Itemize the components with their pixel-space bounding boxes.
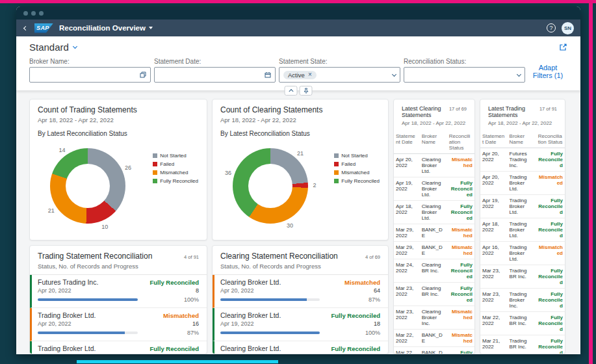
card-header: Count of Trading Statements Apr 18, 2022…: [30, 99, 207, 124]
status-cell: Fully Reconciled: [447, 259, 474, 283]
accent-bar-bottom: [77, 360, 278, 363]
app-title-menu[interactable]: Reconciliation Overview: [59, 24, 153, 32]
broker-name-cell: Trading Broker Ltd.: [508, 195, 536, 218]
clearing-statements-table[interactable]: Statement Date Broker Name Reconciliatio…: [394, 130, 474, 354]
trading-statements-table[interactable]: Statement Date Broker Name Reconciliatio…: [480, 130, 565, 354]
table-row[interactable]: Apr 20, 2022Trading Broker Ltd.Mismatche…: [480, 172, 565, 195]
app-window: SAP Reconciliation Overview ? SN Standar…: [16, 6, 580, 354]
list-item[interactable]: Clearing Broker Ltd.MismatchedApr 20, 20…: [213, 275, 388, 308]
statement-state-combobox[interactable]: Active ×: [279, 67, 400, 83]
window-control-dot[interactable]: [31, 11, 36, 16]
table-row[interactable]: Mar 29, 2022BANK_DEMismatched: [394, 224, 474, 242]
value-help-icon[interactable]: [140, 72, 146, 78]
list-item[interactable]: Clearing Broker Ltd.Fully ReconciledApr …: [213, 308, 388, 341]
item-broker-name: Clearing Broker Ltd.: [220, 344, 281, 352]
list-item[interactable]: Clearing Broker Ltd.Fully ReconciledApr …: [213, 341, 388, 354]
donut-value-label: 21: [297, 150, 304, 157]
chevron-down-icon[interactable]: [517, 72, 521, 76]
statement-date-cell: Mar 22, 2022: [480, 312, 508, 335]
progress-bar: [220, 298, 320, 301]
table-row[interactable]: Apr 16, 2022Trading Broker Ltd.Mismatche…: [480, 242, 565, 265]
statement-date-input[interactable]: [154, 67, 276, 83]
table-row[interactable]: Apr 19, 2022Trading Broker Ltd.Fully Rec…: [480, 195, 565, 218]
donut-value-label: 10: [101, 224, 108, 230]
status-cell: Fully Reconciled: [536, 312, 565, 335]
back-button[interactable]: [23, 27, 29, 30]
filter-token-active[interactable]: Active ×: [283, 71, 317, 79]
progress-bar-fill: [38, 298, 138, 301]
table-row[interactable]: Mar 22, 2022Trading BR Inc.Fully Reconci…: [480, 312, 565, 335]
statement-date-cell: Mar 23, 2022: [480, 289, 508, 312]
chart-legend: Not StartedFailedMismatchedFully Reconci…: [334, 153, 380, 240]
table-row[interactable]: Apr 18, 2022Clearing Broker Ltd.Fully Re…: [394, 201, 474, 224]
broker-name-input[interactable]: [29, 67, 151, 83]
table-row[interactable]: Mar 22, 2022BANK_DEFully Reconciled: [394, 347, 474, 355]
item-record-count: 18: [374, 320, 380, 327]
table-row[interactable]: Mar 21, 2022Trading BR Inc.Fully Reconci…: [480, 335, 565, 355]
chevron-down-icon[interactable]: [392, 72, 396, 76]
sap-logo[interactable]: SAP: [34, 23, 53, 33]
token-remove-icon[interactable]: ×: [308, 72, 312, 78]
table-row[interactable]: Mar 29, 2022BANK_DEMismatched: [394, 242, 474, 259]
statement-date-cell: Mar 23, 2022: [394, 306, 420, 330]
statement-date-cell: Mar 22, 2022: [394, 330, 420, 347]
table-row[interactable]: Mar 22, 2022BANK_DEMismatched: [394, 330, 474, 347]
chevron-left-icon: [23, 25, 28, 30]
table-row[interactable]: Mar 23, 2022Clearing BR Inc.Fully Reconc…: [394, 283, 474, 306]
donut-chart-trading[interactable]: [50, 148, 125, 224]
window-control-dot[interactable]: [39, 11, 44, 16]
status-cell: Fully Reconciled: [536, 265, 565, 289]
collapse-header-button[interactable]: [285, 86, 298, 96]
filter-reconciliation-status: Reconciliation Status:: [404, 58, 525, 83]
progress-percent: 100%: [365, 330, 380, 336]
trading-reconciliation-list: Futures Trading Inc.Fully ReconciledApr …: [30, 274, 207, 354]
progress-bar: [220, 332, 320, 334]
donut-chart-clearing[interactable]: [233, 148, 308, 224]
table-row[interactable]: Apr 20, 2022Futures Trading Inc.Fully Re…: [480, 148, 565, 172]
reconciliation-status-select[interactable]: [404, 67, 525, 83]
filter-bar: Standard Broker Name: Statement Date:: [16, 36, 580, 91]
date-range-icon[interactable]: [265, 72, 271, 78]
statement-date-cell: Mar 29, 2022: [394, 242, 420, 259]
legend-label: Failed: [341, 161, 356, 167]
column-header: Statement Date: [480, 130, 508, 148]
window-control-dot[interactable]: [23, 11, 28, 16]
adapt-filters-link[interactable]: Adapt Filters (1): [528, 64, 567, 79]
table-row[interactable]: Apr 18, 2022Trading Broker Ltd.Fully Rec…: [480, 218, 565, 242]
broker-name-cell: Clearing BR Inc.: [420, 283, 447, 306]
table-row[interactable]: Mar 23, 2022Clearing Broker Inc.Mismatch…: [394, 306, 474, 330]
table-row[interactable]: Apr 19, 2022Clearing Broker Ltd.Fully Re…: [394, 177, 474, 201]
card-count: 17 of 69: [449, 106, 467, 112]
page-title: Reconciliation Overview: [59, 24, 146, 32]
table-row[interactable]: Mar 23, 2022Trading BR Inc.Fully Reconci…: [480, 265, 565, 289]
filter-broker-name: Broker Name:: [29, 58, 151, 83]
status-badge: Fully Reconciled: [331, 345, 381, 352]
status-badge: Fully Reconciled: [150, 345, 200, 352]
card-title: Clearing Statement Reconciliation: [220, 252, 338, 261]
card-title: Latest Clearing Statements: [402, 105, 447, 118]
legend-label: Not Started: [160, 153, 186, 159]
status-cell: Mismatched: [447, 154, 474, 177]
list-item[interactable]: Trading Broker Ltd.Fully ReconciledApr 1…: [30, 341, 207, 354]
card-header: Latest Trading Statements 17 of 91 Apr 1…: [480, 99, 565, 126]
card-subtitle: Status, No. of Records and Progress: [38, 263, 199, 270]
table-row[interactable]: Mar 24, 2022Clearing BR Inc.Fully Reconc…: [394, 259, 474, 283]
variant-selector[interactable]: Standard: [29, 42, 77, 53]
broker-name-cell: Clearing Broker Ltd.: [420, 154, 447, 177]
table-row[interactable]: Mar 23, 2022Trading Broker Inc.Fully Rec…: [480, 289, 565, 312]
pin-header-button[interactable]: [300, 86, 313, 96]
item-date: Apr 20, 2022: [38, 320, 71, 327]
avatar[interactable]: SN: [562, 22, 574, 34]
item-broker-name: Futures Trading Inc.: [38, 278, 98, 286]
status-cell: Mismatched: [447, 242, 474, 259]
share-button[interactable]: [559, 43, 567, 51]
table-row[interactable]: Apr 20, 2022Clearing Broker Ltd.Mismatch…: [394, 154, 474, 177]
share-icon: [559, 43, 567, 51]
statement-date-cell: Mar 29, 2022: [394, 224, 420, 242]
legend-swatch: [153, 170, 157, 175]
help-icon[interactable]: ?: [547, 23, 556, 32]
legend-item: Not Started: [334, 153, 380, 159]
list-item[interactable]: Trading Broker Ltd.MismatchedApr 20, 202…: [30, 308, 207, 341]
list-item[interactable]: Futures Trading Inc.Fully ReconciledApr …: [30, 275, 207, 308]
accent-bar-top: [0, 0, 596, 3]
